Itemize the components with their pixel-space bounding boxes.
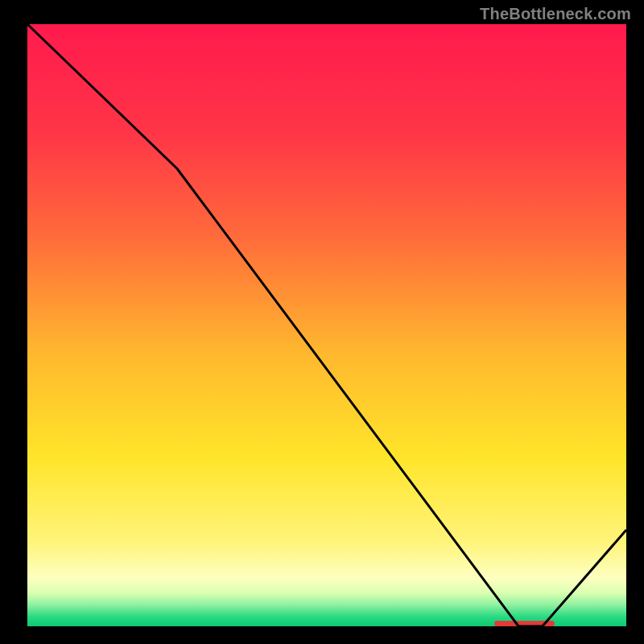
bottleneck-chart [0, 0, 644, 644]
plot-area [27, 24, 626, 626]
watermark-text: TheBottleneck.com [480, 5, 631, 23]
chart-stage: TheBottleneck.com [0, 0, 644, 644]
